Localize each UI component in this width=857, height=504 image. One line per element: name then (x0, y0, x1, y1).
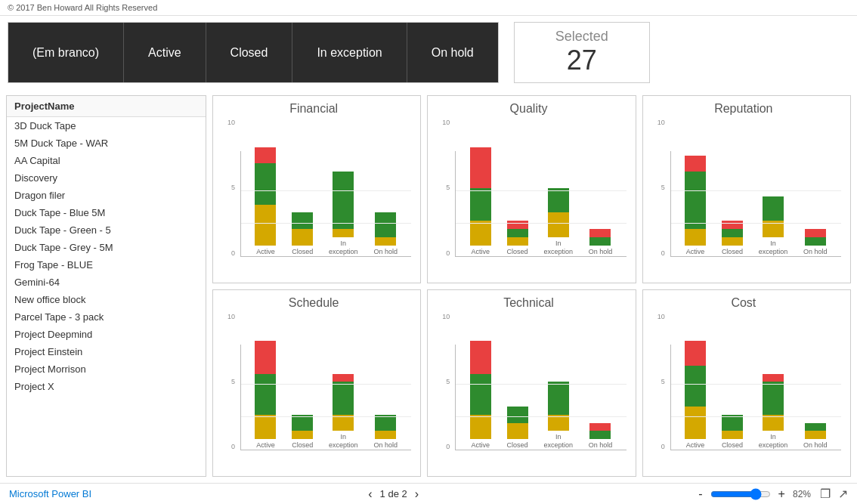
project-list-header: ProjectName (7, 96, 206, 117)
project-item[interactable]: Dragon filer (7, 187, 206, 204)
filter-btn-em-branco[interactable]: (Em branco) (8, 23, 124, 82)
project-item[interactable]: Project Einstein (7, 343, 206, 360)
prev-page-button[interactable]: ‹ (365, 487, 375, 501)
bar-group: In exception (759, 139, 788, 256)
y-axis: 1050 (646, 119, 667, 257)
page-indicator: 1 de 2 (380, 488, 407, 499)
filter-button-group: (Em branco)ActiveClosedIn exceptionOn ho… (8, 22, 499, 83)
bar-group: In exception (543, 332, 573, 450)
chart-financial: Financial1050ActiveClosedIn exceptionOn … (212, 95, 421, 283)
top-bar: © 2017 Ben Howard All Rights Reserved (0, 0, 857, 16)
charts-area: Financial1050ActiveClosedIn exceptionOn … (212, 95, 851, 477)
project-item[interactable]: Discovery (7, 169, 206, 187)
chart-wrapper-reputation: 1050ActiveClosedIn exceptionOn hold (646, 119, 841, 280)
project-item[interactable]: Project Deepmind (7, 326, 206, 343)
chart-title-reputation: Reputation (646, 102, 841, 116)
filter-btn-on-hold[interactable]: On hold (407, 23, 498, 82)
zoom-in-button[interactable]: + (775, 487, 788, 501)
bar-area: ActiveClosedIn exceptionOn hold (240, 151, 411, 257)
fullscreen-icon[interactable]: ❐ (820, 487, 831, 501)
zoom-slider[interactable] (710, 488, 771, 500)
bar-group: Closed (507, 147, 528, 256)
bar-group: In exception (543, 139, 573, 256)
bar-group: On hold (373, 147, 398, 256)
chart-title-financial: Financial (216, 102, 411, 116)
project-item[interactable]: Project X (7, 378, 206, 395)
bar-area: ActiveClosedIn exceptionOn hold (670, 345, 841, 450)
filter-btn-in-exception[interactable]: In exception (292, 23, 407, 82)
y-axis: 1050 (216, 119, 237, 257)
project-item[interactable]: Project Morrison (7, 360, 206, 378)
project-item[interactable]: Duck Tape - Grey - 5M (7, 239, 206, 256)
bar-group: Active (470, 341, 491, 450)
bar-group: Active (255, 147, 276, 256)
chart-title-cost: Cost (646, 296, 841, 310)
chart-wrapper-financial: 1050ActiveClosedIn exceptionOn hold (216, 119, 411, 280)
selected-box: Selected 27 (514, 22, 650, 83)
project-item[interactable]: Frog Tape - BLUE (7, 256, 206, 274)
bar-group: On hold (373, 341, 398, 450)
bar-group: On hold (803, 341, 828, 450)
y-axis: 1050 (216, 313, 237, 451)
chart-wrapper-schedule: 1050ActiveClosedIn exceptionOn hold (216, 313, 411, 474)
chart-title-quality: Quality (431, 102, 626, 116)
bar-group: On hold (589, 147, 613, 256)
project-list[interactable]: ProjectName 3D Duck Tape5M Duck Tape - W… (6, 95, 206, 477)
project-item[interactable]: Gemini-64 (7, 274, 206, 291)
chart-schedule: Schedule1050ActiveClosedIn exceptionOn h… (212, 289, 421, 478)
expand-icon[interactable]: ↗ (838, 487, 848, 501)
footer: Microsoft Power BI ‹ 1 de 2 › - + 82% ❐ … (0, 483, 857, 504)
project-item[interactable]: Parcel Tape - 3 pack (7, 308, 206, 326)
page: © 2017 Ben Howard All Rights Reserved (E… (0, 0, 857, 504)
chart-title-schedule: Schedule (216, 296, 411, 310)
bar-group: Closed (507, 341, 528, 450)
zoom-out-button[interactable]: - (695, 487, 705, 501)
bar-group: In exception (329, 332, 358, 450)
chart-title-technical: Technical (431, 296, 626, 310)
bar-group: On hold (803, 147, 828, 256)
bar-group: Active (255, 341, 276, 450)
project-item[interactable]: Duck Tape - Blue 5M (7, 204, 206, 221)
bar-group: Closed (722, 341, 743, 450)
bar-group: In exception (329, 139, 358, 256)
project-item[interactable]: AA Capital (7, 152, 206, 169)
y-axis: 1050 (646, 313, 667, 451)
filter-btn-active[interactable]: Active (124, 23, 206, 82)
y-axis: 1050 (431, 119, 452, 257)
chart-technical: Technical1050ActiveClosedIn exceptionOn … (427, 289, 636, 478)
chart-wrapper-technical: 1050ActiveClosedIn exceptionOn hold (431, 313, 626, 474)
project-item[interactable]: 3D Duck Tape (7, 117, 206, 135)
chart-quality: Quality1050ActiveClosedIn exceptionOn ho… (427, 95, 636, 283)
filter-btn-closed[interactable]: Closed (206, 23, 293, 82)
copyright-text: © 2017 Ben Howard All Rights Reserved (8, 3, 157, 12)
selected-label: Selected (545, 29, 619, 45)
bar-group: Active (470, 147, 491, 256)
bar-area: ActiveClosedIn exceptionOn hold (240, 345, 411, 450)
bar-area: ActiveClosedIn exceptionOn hold (455, 345, 626, 450)
bar-group: Active (685, 341, 706, 450)
next-page-button[interactable]: › (412, 487, 422, 501)
main-content: ProjectName 3D Duck Tape5M Duck Tape - W… (0, 89, 857, 483)
toolbar: (Em branco)ActiveClosedIn exceptionOn ho… (0, 16, 857, 89)
chart-wrapper-quality: 1050ActiveClosedIn exceptionOn hold (431, 119, 626, 280)
y-axis: 1050 (431, 313, 452, 451)
bar-group: Closed (292, 147, 313, 256)
bar-group: On hold (589, 341, 613, 450)
chart-wrapper-cost: 1050ActiveClosedIn exceptionOn hold (646, 313, 841, 474)
zoom-level: 82% (793, 489, 811, 499)
bar-group: Closed (722, 147, 743, 256)
zoom-controls: - + 82% ❐ ↗ (695, 487, 848, 501)
project-item[interactable]: New office block (7, 291, 206, 308)
bar-group: Closed (292, 341, 313, 450)
selected-value: 27 (545, 45, 619, 76)
project-item[interactable]: 5M Duck Tape - WAR (7, 135, 206, 152)
chart-cost: Cost1050ActiveClosedIn exceptionOn hold (642, 289, 851, 478)
bar-area: ActiveClosedIn exceptionOn hold (455, 151, 626, 257)
brand-link[interactable]: Microsoft Power BI (9, 488, 91, 499)
chart-reputation: Reputation1050ActiveClosedIn exceptionOn… (642, 95, 851, 283)
bar-group: In exception (759, 332, 788, 450)
pagination-area: ‹ 1 de 2 › (365, 487, 422, 501)
bar-group: Active (685, 147, 706, 256)
bar-area: ActiveClosedIn exceptionOn hold (670, 151, 841, 257)
project-item[interactable]: Duck Tape - Green - 5 (7, 221, 206, 239)
